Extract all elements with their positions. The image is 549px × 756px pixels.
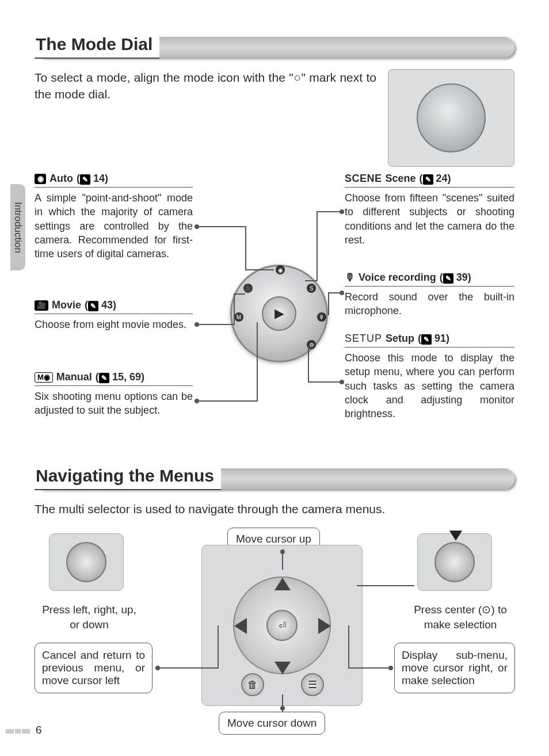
label-cancel: Cancel and return to previous menu, or m… <box>35 643 152 693</box>
label-cursor-down: Move cursor down <box>219 712 325 735</box>
menu-icon: ☰ <box>301 673 324 696</box>
mode-manual: M◉ Manual (✎ 15, 69) Six shooting menu o… <box>35 371 193 418</box>
multi-selector-center-thumb <box>417 533 492 591</box>
trash-icon: 🗑 <box>241 673 264 696</box>
mode-dial-illustration: ▶ ◉ S 🎙 ⚙ 🎥 M <box>230 265 328 362</box>
label-press-direction: Press left, right, up, or down <box>40 602 138 632</box>
multi-selector-dir-thumb <box>49 533 124 591</box>
mode-setup: SETUP Setup (✎ 91) Choose this mode to d… <box>345 333 514 421</box>
microphone-icon: 🎙 <box>345 272 355 284</box>
page-ref-icon: ✎ <box>443 273 453 284</box>
playback-icon: ▶ <box>262 296 296 331</box>
nav-intro: The multi selector is used to navigate t… <box>35 501 514 517</box>
page-ref-icon: ✎ <box>421 334 432 345</box>
camera-top-illustration <box>388 69 514 167</box>
page-ref-icon: ✎ <box>423 174 433 185</box>
dial-voice-icon: 🎙 <box>317 312 326 322</box>
mode-dial-intro: To select a mode, align the mode icon wi… <box>35 69 376 156</box>
mode-dial-heading: The Mode Dial <box>35 35 514 59</box>
dial-scene-icon: S <box>307 284 316 293</box>
heading-text: Navigating the Menus <box>35 466 221 490</box>
page-ref-icon: ✎ <box>80 174 90 185</box>
page-ref-icon: ✎ <box>99 373 109 383</box>
movie-icon: 🎥 <box>35 300 48 311</box>
dial-auto-icon: ◉ <box>276 265 285 274</box>
mode-auto: ◉ Auto (✎ 14) A simple "point-and-shoot"… <box>35 173 193 261</box>
page-number: 6 <box>36 724 42 736</box>
mode-voice: 🎙 Voice recording (✎ 39) Record sound ov… <box>345 272 514 318</box>
nav-heading: Navigating the Menus <box>35 466 514 490</box>
mode-movie: 🎥 Movie (✎ 43) Choose from eight movie m… <box>35 299 193 331</box>
setup-prefix: SETUP <box>345 333 382 345</box>
camera-icon: ◉ <box>35 174 46 184</box>
label-submenu: Display sub-menu, move cursor right, or … <box>394 643 515 693</box>
dial-movie-icon: 🎥 <box>243 284 253 293</box>
heading-text: The Mode Dial <box>35 35 159 59</box>
scene-prefix: SCENE <box>345 173 382 185</box>
page-ref-icon: ✎ <box>88 301 98 311</box>
manual-icon: M◉ <box>35 372 53 383</box>
label-press-center: Press center (⊙) to make selection <box>403 602 518 632</box>
multi-selector-diagram: Move cursor up Press left, right, up, or… <box>35 528 514 756</box>
mode-dial-diagram: ◉ Auto (✎ 14) A simple "point-and-shoot"… <box>35 173 514 460</box>
ok-button-icon: ⏎ <box>266 610 298 641</box>
mode-scene: SCENE Scene (✎ 24) Choose from fifteen "… <box>345 173 514 247</box>
dial-manual-icon: M <box>234 312 243 322</box>
